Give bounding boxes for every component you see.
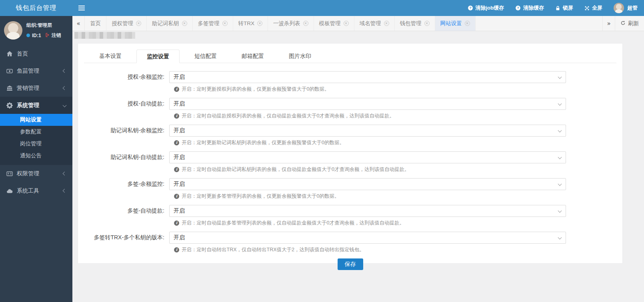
tab-email-config[interactable]: 邮箱配置 (232, 50, 274, 63)
page-tab-label: 钱包管理 (400, 20, 422, 27)
page-tab-label: 一波杀列表 (273, 20, 300, 27)
sidebar-item-system-tools[interactable]: 系统工具 (0, 182, 72, 199)
field-hint: 开启：定时自动提款助记词私钥列表的余额，仅自动提款金额值大于0才查询余额，达到该… (182, 166, 409, 173)
svg-text:?: ? (517, 6, 519, 10)
page-tab-site-settings[interactable]: 网站设置 × (435, 16, 476, 31)
save-button[interactable]: 保存 (338, 258, 363, 270)
close-icon[interactable]: × (303, 21, 308, 26)
hamburger-button[interactable] (72, 0, 91, 16)
form-row: 多签转TRX-多个私钥的版本: 开启 开启：定时自动转出TRX，仅自动转出TRX… (84, 232, 616, 253)
close-icon[interactable]: × (344, 21, 349, 26)
cloud-icon (6, 187, 13, 194)
chevron-down-icon (558, 155, 562, 159)
tab-sms-config[interactable]: 短信配置 (184, 50, 227, 63)
fullscreen-button[interactable]: 全屏 (584, 4, 602, 12)
refresh-icon (620, 20, 626, 27)
close-icon[interactable]: × (257, 21, 262, 26)
close-icon[interactable]: × (384, 21, 389, 26)
sidebar-item-notice[interactable]: 通知公告 (0, 150, 72, 162)
page-tab-multisig[interactable]: 多签管理 × (193, 16, 233, 31)
sidebar-item-post-management[interactable]: 岗位管理 (0, 138, 72, 150)
auth-balance-monitor-select[interactable]: 开启 (169, 71, 566, 83)
close-icon[interactable]: × (182, 21, 187, 26)
submenu-item-label: 网站设置 (20, 116, 42, 123)
app-title: 钱包后台管理 (0, 0, 72, 16)
form-row: 多签-余额监控: 开启 开启：定时更新多签管理列表的余额，仅更新余额预警值大于0… (84, 178, 616, 200)
user-id-label: ID:1 (32, 33, 41, 38)
tabs-scroll-left-button[interactable]: « (72, 16, 85, 31)
sidebar-item-marketing[interactable]: 营销管理 (0, 79, 72, 97)
gear-icon (6, 102, 13, 109)
clear-job-cache-button[interactable]: ? 清除job缓存 (468, 4, 504, 12)
page-tab-trx[interactable]: 转TRX × (233, 16, 268, 31)
sidebar-item-site-settings[interactable]: 网站设置 (0, 114, 72, 126)
bank-icon (6, 85, 13, 91)
sidebar-item-permission[interactable]: 权限管理 (0, 165, 72, 182)
mnemonic-balance-monitor-select[interactable]: 开启 (169, 125, 566, 137)
form-row: 授权-余额监控: 开启 开启：定时更新授权列表的余额，仅更新余额预警值大于0的数… (84, 71, 616, 93)
sidebar-item-parameter-config[interactable]: 参数配置 (0, 126, 72, 138)
lock-screen-button[interactable]: 锁屏 (555, 4, 573, 12)
close-icon[interactable]: × (424, 21, 430, 26)
page-tab-mnemonic[interactable]: 助记词私钥 × (147, 16, 193, 31)
page-tab-label: 首页 (90, 20, 101, 27)
multisig-trx-version-select[interactable]: 开启 (169, 232, 566, 244)
page-tab-label: 助记词私钥 (152, 20, 179, 27)
field-hint: 开启：定时自动提款授权列表的余额，仅自动提款金额值大于0才查询余额，达到该值自动… (182, 113, 394, 119)
hamburger-icon (78, 8, 85, 8)
select-value: 开启 (174, 100, 185, 107)
sidebar-item-home[interactable]: 首页 (0, 45, 72, 62)
tabs-scroll-right-button[interactable]: » (602, 16, 615, 31)
sidebar-group-system: 系统管理 网站设置 参数配置 岗位管理 通知公告 (0, 97, 72, 165)
settings-card: 基本设置 监控设置 短信配置 邮箱配置 图片水印 授权-余额监控: 开启 (78, 43, 623, 264)
multisig-balance-monitor-select[interactable]: 开启 (169, 178, 566, 190)
page-tab-label: 域名管理 (360, 20, 381, 27)
user-name: 超管 (627, 4, 638, 12)
page-tab-domain[interactable]: 域名管理 × (354, 16, 395, 31)
sidebar-item-system-management[interactable]: 系统管理 (0, 97, 72, 114)
select-value: 开启 (174, 74, 185, 81)
banknote-icon (6, 68, 13, 74)
field-hint: 开启：定时更新多签管理列表的余额，仅更新余额预警值大于0的数据。 (182, 193, 339, 200)
close-icon[interactable]: × (465, 21, 470, 26)
field-label: 多签-余额监控: (84, 181, 169, 188)
status-dot-icon (26, 34, 30, 37)
sidebar-item-label: 首页 (17, 50, 28, 58)
clear-cache-button[interactable]: ? 清除缓存 (515, 4, 544, 12)
page-tab-wallet[interactable]: 钱包管理 × (395, 16, 435, 31)
sidebar-item-label: 系统管理 (17, 102, 39, 109)
sidebar-user-block: 组织:管理层 ID:1 注销 (0, 16, 72, 45)
refresh-button[interactable]: 刷新 (615, 16, 644, 31)
page-tab-killlist[interactable]: 一波杀列表 × (268, 16, 314, 31)
chevron-down-icon (558, 129, 562, 133)
auth-auto-withdraw-select[interactable]: 开启 (169, 98, 566, 110)
logout-button[interactable]: 注销 (45, 32, 61, 39)
info-icon (174, 167, 179, 172)
tab-image-watermark[interactable]: 图片水印 (279, 50, 321, 63)
close-icon[interactable]: × (136, 21, 141, 26)
chevron-down-icon (558, 209, 562, 213)
tab-monitor-settings[interactable]: 监控设置 (136, 50, 180, 63)
page-tab-template[interactable]: 模板管理 × (314, 16, 354, 31)
field-label: 多签转TRX-多个私钥的版本: (84, 234, 169, 241)
field-hint: 开启：定时更新授权列表的余额，仅更新余额预警值大于0的数据。 (182, 86, 329, 93)
redacted-text (74, 32, 135, 39)
close-icon[interactable]: × (222, 21, 228, 26)
page-tab-home[interactable]: 首页 (85, 16, 106, 31)
multisig-auto-withdraw-select[interactable]: 开启 (169, 205, 566, 217)
select-value: 开启 (174, 127, 185, 134)
select-value: 开启 (174, 181, 185, 188)
sidebar-item-fry-management[interactable]: 鱼苗管理 (0, 62, 72, 79)
page-tab-auth[interactable]: 授权管理 × (106, 16, 147, 31)
field-hint: 开启：定时自动转出TRX，仅自动转出TRX值大于2，达到该值自动转出指定钱包。 (182, 246, 364, 253)
chevron-left-icon (63, 189, 67, 193)
fullscreen-icon (584, 6, 590, 11)
fullscreen-label: 全屏 (592, 4, 602, 12)
tab-basic-settings[interactable]: 基本设置 (89, 50, 132, 63)
sidebar-item-label: 权限管理 (17, 170, 39, 177)
mnemonic-auto-withdraw-select[interactable]: 开启 (169, 151, 566, 163)
user-avatar (614, 3, 624, 13)
sidebar-menu: 首页 鱼苗管理 营销管理 系统管理 网站设置 (0, 45, 72, 199)
user-menu[interactable]: 超管 (614, 3, 638, 13)
sidebar: 组织:管理层 ID:1 注销 首页 鱼苗管理 (0, 16, 72, 302)
